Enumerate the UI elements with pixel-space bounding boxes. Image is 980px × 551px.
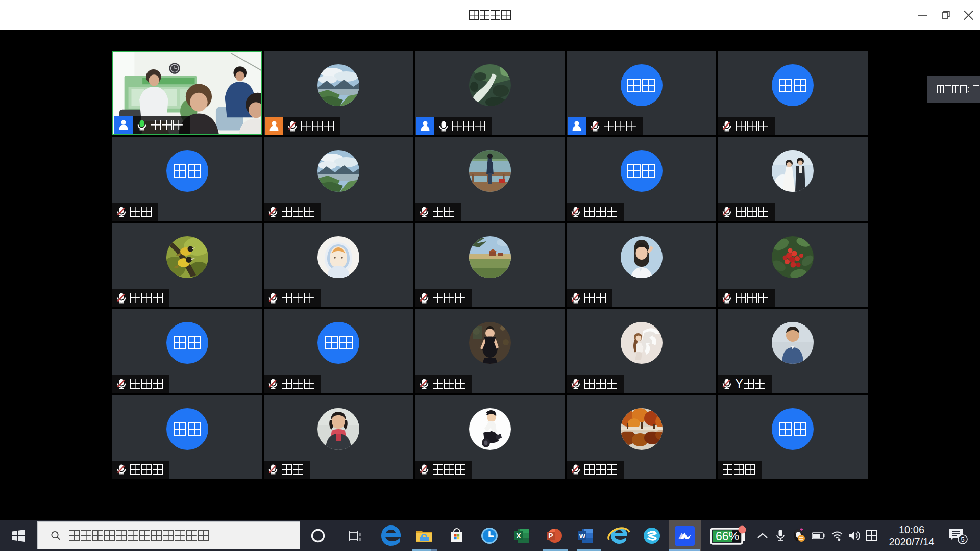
svg-text:P: P (548, 532, 553, 540)
svg-text:W: W (579, 532, 586, 540)
svg-text:66%: 66% (716, 530, 739, 543)
svg-text:5: 5 (961, 536, 964, 543)
svg-text:X: X (516, 532, 521, 540)
